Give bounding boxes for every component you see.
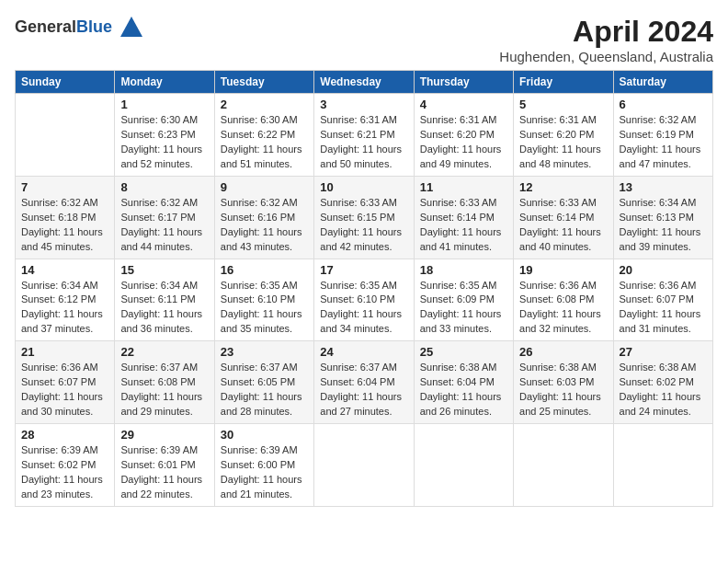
- day-info: Sunrise: 6:31 AM Sunset: 6:20 PM Dayligh…: [519, 113, 607, 172]
- logo-icon: [119, 15, 144, 40]
- calendar-cell: 16Sunrise: 6:35 AM Sunset: 6:10 PM Dayli…: [214, 259, 313, 341]
- calendar-table: SundayMondayTuesdayWednesdayThursdayFrid…: [15, 70, 713, 507]
- day-info: Sunrise: 6:33 AM Sunset: 6:14 PM Dayligh…: [420, 196, 507, 255]
- day-of-week-header: Monday: [115, 71, 214, 94]
- day-info: Sunrise: 6:38 AM Sunset: 6:04 PM Dayligh…: [420, 361, 507, 419]
- day-info: Sunrise: 6:34 AM Sunset: 6:11 PM Dayligh…: [120, 279, 208, 338]
- calendar-cell: 20Sunrise: 6:36 AM Sunset: 6:07 PM Dayli…: [613, 259, 712, 341]
- day-info: Sunrise: 6:39 AM Sunset: 6:02 PM Dayligh…: [21, 443, 108, 502]
- day-number: 12: [519, 180, 607, 194]
- day-info: Sunrise: 6:35 AM Sunset: 6:10 PM Dayligh…: [221, 279, 308, 338]
- day-of-week-header: Thursday: [414, 71, 513, 94]
- calendar-cell: 25Sunrise: 6:38 AM Sunset: 6:04 PM Dayli…: [414, 341, 513, 424]
- day-info: Sunrise: 6:36 AM Sunset: 6:07 PM Dayligh…: [620, 279, 707, 338]
- calendar-cell: 9Sunrise: 6:32 AM Sunset: 6:16 PM Daylig…: [214, 176, 313, 259]
- location-title: Hughenden, Queensland, Australia: [499, 49, 713, 64]
- day-number: 30: [221, 428, 308, 442]
- calendar-cell: 2Sunrise: 6:30 AM Sunset: 6:22 PM Daylig…: [214, 94, 313, 177]
- day-number: 25: [420, 345, 507, 359]
- day-of-week-header: Friday: [514, 71, 613, 94]
- day-number: 20: [620, 263, 707, 277]
- day-info: Sunrise: 6:34 AM Sunset: 6:13 PM Dayligh…: [620, 196, 707, 255]
- calendar-cell: 4Sunrise: 6:31 AM Sunset: 6:20 PM Daylig…: [414, 94, 513, 177]
- day-number: 8: [120, 180, 208, 194]
- calendar-header-row: SundayMondayTuesdayWednesdayThursdayFrid…: [16, 71, 713, 94]
- day-number: 13: [620, 180, 707, 194]
- day-info: Sunrise: 6:36 AM Sunset: 6:07 PM Dayligh…: [21, 361, 108, 419]
- day-info: Sunrise: 6:38 AM Sunset: 6:03 PM Dayligh…: [519, 361, 607, 419]
- day-info: Sunrise: 6:37 AM Sunset: 6:05 PM Dayligh…: [221, 361, 308, 419]
- day-of-week-header: Wednesday: [314, 71, 414, 94]
- day-number: 10: [320, 180, 407, 194]
- day-number: 18: [420, 263, 507, 277]
- day-number: 7: [21, 180, 108, 194]
- calendar-cell: [613, 424, 712, 507]
- calendar-cell: 18Sunrise: 6:35 AM Sunset: 6:09 PM Dayli…: [414, 259, 513, 341]
- day-info: Sunrise: 6:39 AM Sunset: 6:00 PM Dayligh…: [221, 443, 308, 502]
- day-number: 5: [519, 98, 607, 111]
- calendar-week-row: 21Sunrise: 6:36 AM Sunset: 6:07 PM Dayli…: [16, 341, 713, 424]
- day-number: 19: [519, 263, 607, 277]
- month-title: April 2024: [499, 15, 713, 49]
- day-number: 11: [420, 180, 507, 194]
- logo-general-text: General: [15, 17, 76, 36]
- calendar-cell: 12Sunrise: 6:33 AM Sunset: 6:14 PM Dayli…: [514, 176, 613, 259]
- calendar-cell: 6Sunrise: 6:32 AM Sunset: 6:19 PM Daylig…: [613, 94, 712, 177]
- day-info: Sunrise: 6:31 AM Sunset: 6:21 PM Dayligh…: [320, 113, 407, 172]
- day-info: Sunrise: 6:32 AM Sunset: 6:19 PM Dayligh…: [620, 113, 707, 172]
- day-number: 28: [21, 428, 108, 442]
- calendar-cell: 23Sunrise: 6:37 AM Sunset: 6:05 PM Dayli…: [214, 341, 313, 424]
- svg-marker-0: [120, 17, 142, 37]
- calendar-cell: [314, 424, 414, 507]
- day-info: Sunrise: 6:35 AM Sunset: 6:10 PM Dayligh…: [320, 279, 407, 338]
- calendar-cell: 10Sunrise: 6:33 AM Sunset: 6:15 PM Dayli…: [314, 176, 414, 259]
- day-number: 17: [320, 263, 407, 277]
- calendar-cell: [16, 94, 115, 177]
- day-info: Sunrise: 6:34 AM Sunset: 6:12 PM Dayligh…: [21, 279, 108, 338]
- calendar-cell: 13Sunrise: 6:34 AM Sunset: 6:13 PM Dayli…: [613, 176, 712, 259]
- day-info: Sunrise: 6:33 AM Sunset: 6:14 PM Dayligh…: [519, 196, 607, 255]
- title-block: April 2024 Hughenden, Queensland, Austra…: [499, 15, 713, 64]
- calendar-body: 1Sunrise: 6:30 AM Sunset: 6:23 PM Daylig…: [16, 94, 713, 507]
- calendar-cell: 30Sunrise: 6:39 AM Sunset: 6:00 PM Dayli…: [214, 424, 313, 507]
- day-info: Sunrise: 6:32 AM Sunset: 6:18 PM Dayligh…: [21, 196, 108, 255]
- day-info: Sunrise: 6:37 AM Sunset: 6:08 PM Dayligh…: [120, 361, 208, 419]
- calendar-cell: 17Sunrise: 6:35 AM Sunset: 6:10 PM Dayli…: [314, 259, 414, 341]
- calendar-cell: [414, 424, 513, 507]
- day-info: Sunrise: 6:36 AM Sunset: 6:08 PM Dayligh…: [519, 279, 607, 338]
- calendar-cell: 22Sunrise: 6:37 AM Sunset: 6:08 PM Dayli…: [115, 341, 214, 424]
- day-number: 15: [120, 263, 208, 277]
- day-info: Sunrise: 6:31 AM Sunset: 6:20 PM Dayligh…: [420, 113, 507, 172]
- page-header: GeneralBlue April 2024 Hughenden, Queens…: [15, 15, 713, 64]
- day-number: 6: [620, 98, 707, 111]
- calendar-week-row: 1Sunrise: 6:30 AM Sunset: 6:23 PM Daylig…: [16, 94, 713, 177]
- day-number: 3: [320, 98, 407, 111]
- calendar-cell: [514, 424, 613, 507]
- day-number: 26: [519, 345, 607, 359]
- day-number: 23: [221, 345, 308, 359]
- day-number: 27: [620, 345, 707, 359]
- day-info: Sunrise: 6:30 AM Sunset: 6:22 PM Dayligh…: [221, 113, 308, 172]
- calendar-cell: 27Sunrise: 6:38 AM Sunset: 6:02 PM Dayli…: [613, 341, 712, 424]
- day-of-week-header: Tuesday: [214, 71, 313, 94]
- calendar-week-row: 14Sunrise: 6:34 AM Sunset: 6:12 PM Dayli…: [16, 259, 713, 341]
- day-info: Sunrise: 6:37 AM Sunset: 6:04 PM Dayligh…: [320, 361, 407, 419]
- day-info: Sunrise: 6:32 AM Sunset: 6:17 PM Dayligh…: [120, 196, 208, 255]
- calendar-cell: 11Sunrise: 6:33 AM Sunset: 6:14 PM Dayli…: [414, 176, 513, 259]
- day-number: 4: [420, 98, 507, 111]
- calendar-cell: 3Sunrise: 6:31 AM Sunset: 6:21 PM Daylig…: [314, 94, 414, 177]
- calendar-cell: 29Sunrise: 6:39 AM Sunset: 6:01 PM Dayli…: [115, 424, 214, 507]
- calendar-cell: 7Sunrise: 6:32 AM Sunset: 6:18 PM Daylig…: [16, 176, 115, 259]
- calendar-cell: 5Sunrise: 6:31 AM Sunset: 6:20 PM Daylig…: [514, 94, 613, 177]
- calendar-cell: 26Sunrise: 6:38 AM Sunset: 6:03 PM Dayli…: [514, 341, 613, 424]
- day-info: Sunrise: 6:35 AM Sunset: 6:09 PM Dayligh…: [420, 279, 507, 338]
- calendar-cell: 15Sunrise: 6:34 AM Sunset: 6:11 PM Dayli…: [115, 259, 214, 341]
- day-number: 29: [120, 428, 208, 442]
- day-number: 21: [21, 345, 108, 359]
- day-of-week-header: Sunday: [16, 71, 115, 94]
- day-info: Sunrise: 6:30 AM Sunset: 6:23 PM Dayligh…: [120, 113, 208, 172]
- calendar-cell: 8Sunrise: 6:32 AM Sunset: 6:17 PM Daylig…: [115, 176, 214, 259]
- calendar-cell: 21Sunrise: 6:36 AM Sunset: 6:07 PM Dayli…: [16, 341, 115, 424]
- day-of-week-header: Saturday: [613, 71, 712, 94]
- calendar-week-row: 28Sunrise: 6:39 AM Sunset: 6:02 PM Dayli…: [16, 424, 713, 507]
